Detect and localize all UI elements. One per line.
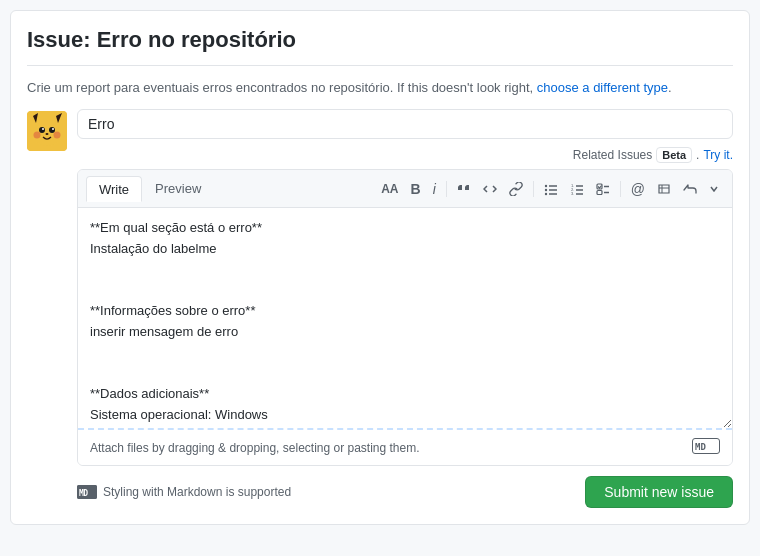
svg-point-6	[39, 127, 45, 133]
markdown-icon: MD	[692, 438, 720, 457]
beta-badge: Beta	[656, 147, 692, 163]
editor-body: **Em qual seção está o erro** Instalação…	[78, 208, 732, 428]
quote-button[interactable]	[452, 179, 476, 199]
editor-tabs-left: Write Preview	[86, 176, 214, 201]
choose-type-link[interactable]: choose a different type	[537, 80, 668, 95]
unordered-list-button[interactable]	[539, 179, 563, 199]
description-text: Crie um report para eventuais erros enco…	[27, 80, 733, 95]
svg-point-9	[52, 128, 54, 130]
more-options-button[interactable]	[704, 181, 724, 197]
svg-text:MD: MD	[79, 489, 88, 498]
toolbar-buttons: AA B i	[376, 179, 724, 199]
svg-point-10	[34, 132, 41, 139]
svg-point-7	[49, 127, 55, 133]
editor-textarea[interactable]: **Em qual seção está o erro** Instalação…	[78, 208, 732, 428]
tasklist-button[interactable]	[591, 179, 615, 199]
file-attach-text: Attach files by dragging & dropping, sel…	[90, 441, 420, 455]
toolbar-separator-3	[620, 181, 621, 197]
reply-button[interactable]	[678, 179, 702, 199]
mention-button[interactable]: @	[626, 179, 650, 199]
svg-text:MD: MD	[695, 442, 706, 452]
svg-point-11	[54, 132, 61, 139]
ordered-list-button[interactable]: 1.2.3.	[565, 179, 589, 199]
toolbar-separator-2	[533, 181, 534, 197]
heading-button[interactable]: AA	[376, 180, 403, 198]
markdown-support-text: Styling with Markdown is supported	[103, 485, 291, 499]
form-area: Related Issues Beta . Try it. Write Prev…	[27, 109, 733, 508]
svg-text:3.: 3.	[571, 191, 574, 196]
title-row	[77, 109, 733, 139]
avatar	[27, 111, 67, 151]
tab-preview[interactable]: Preview	[142, 176, 214, 201]
markdown-badge: MD	[77, 485, 97, 499]
svg-point-17	[545, 192, 547, 194]
editor-container: Write Preview AA B i	[77, 169, 733, 466]
form-right: Related Issues Beta . Try it. Write Prev…	[77, 109, 733, 508]
title-input[interactable]	[77, 109, 733, 139]
markdown-note: MD Styling with Markdown is supported	[77, 485, 291, 499]
related-issues-label: Related Issues	[573, 148, 652, 162]
related-issues-row: Related Issues Beta . Try it.	[77, 147, 733, 163]
file-attach-area: Attach files by dragging & dropping, sel…	[78, 428, 732, 465]
footer-row: MD Styling with Markdown is supported Su…	[77, 476, 733, 508]
code-button[interactable]	[478, 179, 502, 199]
svg-point-12	[46, 133, 49, 135]
page-title: Issue: Erro no repositório	[27, 27, 733, 66]
svg-rect-27	[597, 190, 602, 194]
svg-point-15	[545, 188, 547, 190]
italic-button[interactable]: i	[428, 179, 441, 199]
toolbar-separator-1	[446, 181, 447, 197]
tab-write[interactable]: Write	[86, 176, 142, 202]
submit-button[interactable]: Submit new issue	[585, 476, 733, 508]
editor-toolbar: Write Preview AA B i	[78, 170, 732, 208]
svg-point-8	[42, 128, 44, 130]
bold-button[interactable]: B	[406, 179, 426, 199]
svg-point-13	[545, 184, 547, 186]
reference-button[interactable]	[652, 179, 676, 199]
link-button[interactable]	[504, 179, 528, 199]
try-it-link[interactable]: Try it.	[703, 148, 733, 162]
